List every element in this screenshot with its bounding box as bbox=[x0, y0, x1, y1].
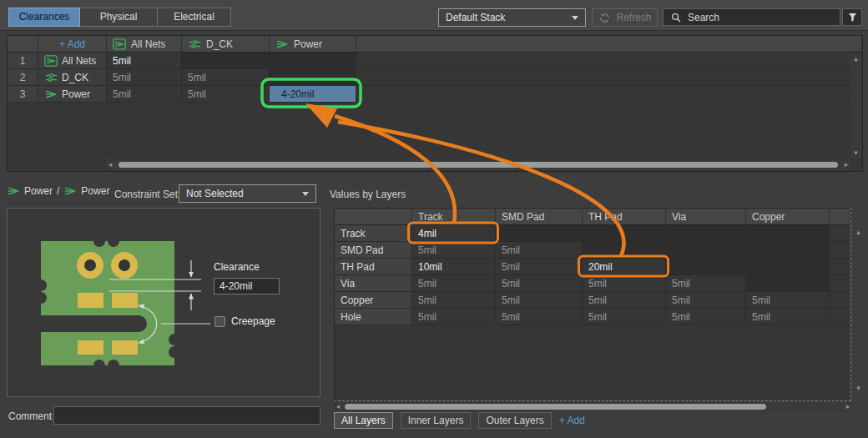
tab-physical[interactable]: Physical bbox=[80, 8, 158, 27]
row-header-label: Hole bbox=[335, 309, 412, 325]
layer-value-cell[interactable] bbox=[746, 259, 830, 274]
scroll-up-icon[interactable]: ▴ bbox=[852, 53, 860, 64]
column-header-d-ck[interactable]: D_CK bbox=[182, 36, 270, 52]
layer-value-cell[interactable]: 5mil bbox=[496, 259, 583, 274]
stack-selector-dropdown[interactable]: Default Stack bbox=[438, 8, 586, 27]
layer-value-cell[interactable]: 5mil bbox=[496, 309, 583, 325]
pair-right-label: Power bbox=[81, 185, 109, 197]
row-filler bbox=[830, 225, 850, 241]
add-net-button[interactable]: + Add bbox=[38, 36, 107, 52]
filter-button[interactable] bbox=[842, 8, 862, 26]
layer-value-cell[interactable] bbox=[746, 225, 830, 241]
layer-value-cell[interactable] bbox=[666, 242, 746, 258]
scroll-down-icon[interactable]: ▾ bbox=[855, 383, 863, 394]
scroll-right-icon[interactable]: ▸ bbox=[844, 401, 852, 412]
pair-left-label: Power bbox=[24, 185, 53, 197]
rule-net-name[interactable]: Power bbox=[38, 86, 107, 102]
chevron-down-icon bbox=[572, 16, 578, 20]
column-header-track[interactable]: Track bbox=[412, 209, 496, 224]
net-name-label: All Nets bbox=[62, 55, 96, 67]
layers-table-horizontal-scrollbar[interactable]: ◂ ▸ bbox=[334, 401, 852, 412]
clearance-cell[interactable]: 5mil bbox=[182, 69, 270, 85]
rule-net-name[interactable]: D_CK bbox=[38, 69, 107, 85]
column-header-smd-pad[interactable]: SMD Pad bbox=[496, 209, 583, 224]
layer-value-cell[interactable] bbox=[746, 275, 830, 291]
h-scrollbar-thumb[interactable] bbox=[119, 162, 838, 168]
layer-value-cell[interactable]: 5mil bbox=[583, 275, 666, 291]
clearance-value-input[interactable]: 4-20mil bbox=[214, 278, 280, 295]
row-header-label: Copper bbox=[335, 292, 412, 308]
tab-clearances[interactable]: Clearances bbox=[8, 8, 80, 27]
layer-value-cell[interactable]: 10mil bbox=[412, 259, 496, 274]
layer-value-cell[interactable]: 5mil bbox=[496, 275, 583, 291]
creepage-checkbox[interactable] bbox=[214, 316, 225, 327]
all-nets-icon bbox=[113, 38, 126, 50]
constraint-set-dropdown[interactable]: Not Selected bbox=[179, 184, 316, 203]
layer-value-cell[interactable] bbox=[666, 259, 746, 274]
clearance-cell[interactable]: 5mil bbox=[182, 86, 270, 102]
row-filler bbox=[830, 309, 850, 325]
layer-value-cell[interactable]: 5mil bbox=[412, 275, 496, 291]
tab-electrical[interactable]: Electrical bbox=[158, 8, 231, 27]
clearance-cell[interactable]: 5mil bbox=[107, 69, 182, 85]
layer-value-cell[interactable] bbox=[583, 242, 666, 258]
row-filler bbox=[830, 242, 850, 258]
column-header-all-nets[interactable]: All Nets bbox=[107, 36, 182, 52]
layer-value-cell[interactable]: 5mil bbox=[746, 309, 830, 325]
scroll-left-icon[interactable]: ◂ bbox=[334, 401, 342, 412]
search-input[interactable]: Search bbox=[663, 8, 840, 26]
scroll-down-icon[interactable]: ▾ bbox=[852, 148, 860, 159]
clearance-cell[interactable] bbox=[182, 53, 270, 68]
tab-all-layers[interactable]: All Layers bbox=[334, 412, 393, 429]
layer-value-cell[interactable]: 5mil bbox=[496, 242, 583, 258]
layer-value-cell[interactable] bbox=[666, 225, 746, 241]
row-filler bbox=[356, 86, 862, 102]
clearance-rules-grid: + Add All NetsD_CKPower 1All Nets5mil2D_… bbox=[7, 35, 863, 172]
corner-header-cell bbox=[335, 209, 412, 224]
clearance-preview-panel: Clearance 4-20mil Creepage bbox=[7, 208, 320, 397]
tab-outer-layers[interactable]: Outer Layers bbox=[478, 412, 551, 429]
add-layer-set-button[interactable]: + Add bbox=[559, 415, 585, 426]
layer-value-cell[interactable]: 5mil bbox=[583, 292, 666, 308]
clearance-cell[interactable]: 5mil bbox=[107, 86, 182, 102]
layer-value-cell[interactable]: 20mil bbox=[583, 259, 666, 274]
layer-value-cell[interactable]: 5mil bbox=[412, 242, 496, 258]
layer-value-cell[interactable]: 5mil bbox=[746, 292, 830, 308]
layer-value-cell[interactable] bbox=[496, 225, 583, 241]
layers-row-smd-pad: SMD Pad5mil5mil bbox=[335, 242, 850, 259]
net-icon bbox=[44, 88, 58, 100]
column-header-th-pad[interactable]: TH Pad bbox=[583, 209, 666, 224]
scroll-up-icon[interactable]: ▴ bbox=[855, 227, 863, 238]
clearance-cell[interactable]: 4-20mil bbox=[270, 86, 356, 102]
tab-inner-layers[interactable]: Inner Layers bbox=[401, 412, 472, 429]
comment-input[interactable] bbox=[53, 406, 320, 425]
rule-net-name[interactable]: All Nets bbox=[38, 53, 107, 68]
rules-grid-vertical-scrollbar[interactable]: ▴ ▾ bbox=[850, 53, 861, 159]
column-header-via[interactable]: Via bbox=[666, 209, 746, 224]
layers-table-body: Track4milSMD Pad5mil5milTH Pad10mil5mil2… bbox=[335, 225, 850, 325]
scroll-right-icon[interactable]: ▸ bbox=[842, 159, 850, 170]
clearance-cell[interactable] bbox=[270, 53, 356, 68]
layer-value-cell[interactable] bbox=[583, 225, 666, 241]
layer-value-cell[interactable]: 5mil bbox=[583, 309, 666, 325]
clearance-cell[interactable] bbox=[270, 69, 356, 85]
column-header-power[interactable]: Power bbox=[270, 36, 356, 52]
clearance-cell[interactable]: 5mil bbox=[107, 53, 182, 68]
layer-value-cell[interactable]: 5mil bbox=[666, 309, 746, 325]
layer-value-cell[interactable]: 5mil bbox=[496, 292, 583, 308]
layer-value-cell[interactable]: 5mil bbox=[666, 275, 746, 291]
layers-row-th-pad: TH Pad10mil5mil20mil bbox=[335, 259, 850, 275]
layer-value-cell[interactable]: 5mil bbox=[412, 309, 496, 325]
scroll-left-icon[interactable]: ◂ bbox=[106, 159, 114, 170]
column-header-label: All Nets bbox=[131, 38, 165, 50]
layer-value-cell[interactable]: 5mil bbox=[666, 292, 746, 308]
layer-value-cell[interactable]: 5mil bbox=[412, 292, 496, 308]
layer-value-cell[interactable]: 4mil bbox=[412, 225, 496, 241]
layers-table-vertical-scrollbar[interactable]: ▴ ▾ bbox=[853, 209, 864, 400]
rules-grid-horizontal-scrollbar[interactable]: ◂ ▸ bbox=[106, 159, 850, 170]
h-scrollbar-thumb[interactable] bbox=[345, 404, 766, 410]
layer-value-cell[interactable] bbox=[746, 242, 830, 258]
diff-pair-icon bbox=[44, 72, 58, 83]
column-header-copper[interactable]: Copper bbox=[746, 209, 830, 224]
refresh-button[interactable]: Refresh bbox=[592, 8, 658, 27]
